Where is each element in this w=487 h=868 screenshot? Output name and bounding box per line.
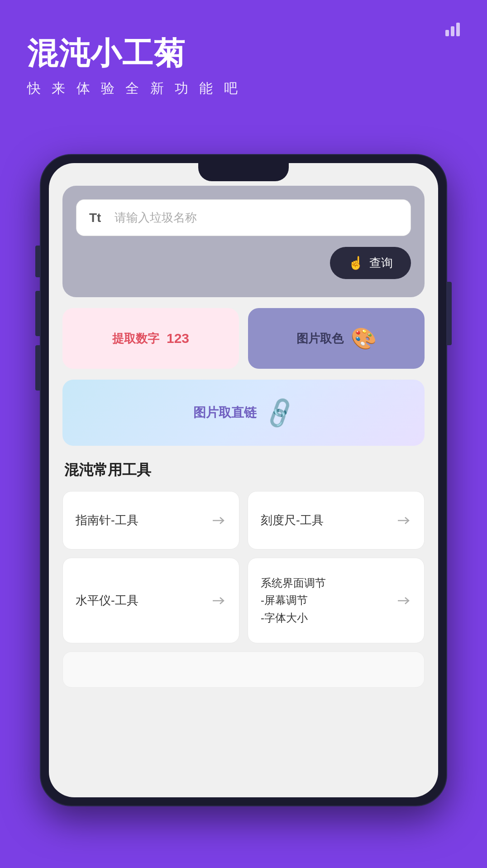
tool-name-compass: 指南针-工具 (76, 511, 138, 529)
phone-button-vol-up (35, 291, 40, 336)
search-btn-row: ☝ 查询 (76, 247, 411, 279)
tools-grid: 指南针-工具 刻度尺-工具 水平仪-工具 (62, 491, 425, 643)
card-color-pick[interactable]: 图片取色 🎨 (248, 308, 425, 369)
search-input-container[interactable]: Tt 请输入垃圾名称 (76, 199, 411, 236)
phone-content: Tt 请输入垃圾名称 ☝ 查询 提取数字 123 (49, 163, 438, 797)
extract-number-icon: 123 (167, 331, 189, 346)
query-button[interactable]: ☝ 查询 (330, 247, 411, 279)
link-icon: 🔗 (262, 395, 298, 431)
color-pick-label: 图片取色 (296, 331, 344, 347)
bottom-partial-card (62, 651, 425, 688)
tool-card-ruler[interactable]: 刻度尺-工具 (248, 491, 425, 550)
tool-card-system[interactable]: 系统界面调节-屏幕调节-字体大小 (248, 558, 425, 643)
phone-frame: Tt 请输入垃圾名称 ☝ 查询 提取数字 123 (40, 154, 447, 806)
tool-name-ruler: 刻度尺-工具 (261, 511, 324, 529)
search-placeholder: 请输入垃圾名称 (115, 210, 197, 226)
phone-screen: Tt 请输入垃圾名称 ☝ 查询 提取数字 123 (49, 163, 438, 797)
card-image-link[interactable]: 图片取直链 🔗 (62, 380, 425, 446)
phone-notch (198, 163, 289, 181)
search-section: Tt 请输入垃圾名称 ☝ 查询 (62, 186, 425, 297)
app-subtitle: 快 来 体 验 全 新 功 能 吧 (27, 79, 460, 98)
palette-icon: 🎨 (351, 326, 377, 351)
feature-cards-row: 提取数字 123 图片取色 🎨 (62, 308, 425, 369)
tool-name-system: 系统界面调节-屏幕调节-字体大小 (261, 574, 326, 627)
image-link-label: 图片取直链 (193, 404, 257, 421)
header-area: 混沌小工菊 快 来 体 验 全 新 功 能 吧 (0, 0, 487, 116)
card-extract-number[interactable]: 提取数字 123 (62, 308, 239, 369)
phone-button-mute (35, 246, 40, 277)
query-button-label: 查询 (369, 255, 393, 271)
tools-section-title: 混沌常用工具 (62, 460, 425, 480)
tool-arrow-level (213, 596, 226, 605)
phone-button-vol-down (35, 345, 40, 391)
phone-button-power (447, 282, 452, 345)
tool-arrow-system (398, 596, 411, 605)
extract-number-label: 提取数字 (112, 331, 159, 347)
tool-card-level[interactable]: 水平仪-工具 (62, 558, 239, 643)
phone-container: Tt 请输入垃圾名称 ☝ 查询 提取数字 123 (40, 154, 447, 806)
tool-card-compass[interactable]: 指南针-工具 (62, 491, 239, 550)
tool-name-level: 水平仪-工具 (76, 592, 138, 609)
app-title: 混沌小工菊 (27, 36, 460, 70)
tool-arrow-ruler (398, 516, 411, 525)
finger-icon: ☝ (348, 256, 364, 270)
tt-icon: Tt (89, 211, 107, 225)
tool-arrow-compass (213, 516, 226, 525)
